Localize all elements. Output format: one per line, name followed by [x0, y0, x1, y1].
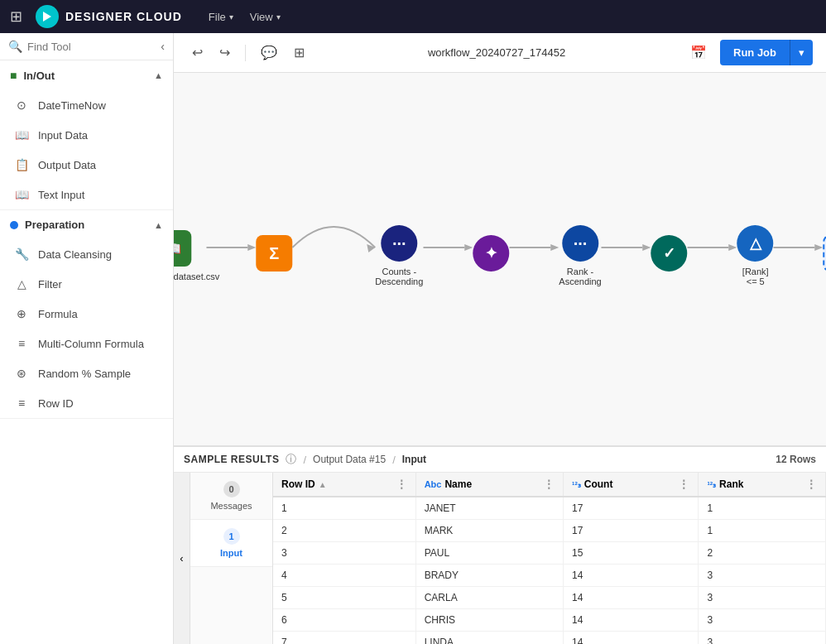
breadcrumb-output[interactable]: Output Data #15: [313, 454, 386, 465]
run-job-button[interactable]: Run Job: [720, 40, 790, 65]
sidebar-item-random-sample[interactable]: ⊛ Random % Sample: [0, 358, 173, 388]
text-input-icon: 📖: [13, 186, 30, 203]
info-icon[interactable]: ⓘ: [286, 452, 296, 467]
collapse-arrow[interactable]: ‹: [174, 473, 190, 644]
cell-row_id: 5: [273, 587, 415, 609]
table-row: 7LINDA143: [273, 632, 826, 645]
breadcrumb-input[interactable]: Input: [402, 454, 426, 465]
node-transpose[interactable]: ✦: [473, 235, 509, 276]
cell-row_id: 7: [273, 632, 415, 645]
sidebar-item-row-id[interactable]: ≡ Row ID: [0, 388, 173, 418]
sidebar-section-preparation-header[interactable]: Preparation ▲: [0, 210, 173, 239]
inout-chevron-icon: ▲: [154, 70, 163, 80]
node-counts[interactable]: ··· Counts -Descending: [375, 225, 423, 286]
sidebar-collapse-button[interactable]: ‹: [161, 40, 165, 53]
data-table: Row ID ▲ ⋮ Abc Name ⋮: [273, 473, 826, 644]
node-check-shape: ✓: [651, 235, 688, 272]
sidebar-item-filter[interactable]: △ Filter: [0, 269, 173, 299]
layout-button[interactable]: ⊞: [289, 41, 310, 64]
col-count-more-icon[interactable]: ⋮: [678, 478, 689, 491]
node-input[interactable]: 📖 Scores_dataset.csv: [174, 230, 206, 281]
logo-svg: [41, 10, 54, 23]
topbar: ⊞ DESIGNER CLOUD File ▾ View ▾: [0, 0, 826, 33]
connector-5: [688, 239, 737, 256]
data-table-container[interactable]: Row ID ▲ ⋮ Abc Name ⋮: [273, 473, 826, 644]
col-rowid-more-icon[interactable]: ⋮: [396, 478, 407, 491]
sidebar-item-multi-col-formula[interactable]: ≡ Multi-Column Formula: [0, 329, 173, 358]
comment-button[interactable]: 💬: [256, 41, 282, 64]
cell-name: JANET: [415, 497, 563, 520]
tab-input[interactable]: 1 Input: [190, 520, 272, 567]
main-layout: 🔍 ‹ ■ In/Out ▲ ⊙ DateTimeNow 📖 Input Dat…: [0, 33, 826, 644]
workflow-canvas[interactable]: 📖 Scores_dataset.csv Σ: [174, 73, 826, 445]
col-header-count[interactable]: ¹²₃ Count ⋮: [564, 473, 699, 497]
bottom-panel-header: SAMPLE RESULTS ⓘ / Output Data #15 / Inp…: [174, 447, 826, 473]
connector-svg-3: [509, 239, 559, 256]
menu-file[interactable]: File ▾: [202, 7, 240, 26]
cell-rank: 3: [699, 565, 826, 587]
table-row: 3PAUL152: [273, 542, 826, 565]
breadcrumb-sep-2: /: [392, 454, 396, 466]
cell-row_id: 3: [273, 542, 415, 565]
run-job-dropdown-button[interactable]: ▾: [790, 40, 813, 65]
col-header-row-id[interactable]: Row ID ▲ ⋮: [273, 473, 415, 497]
cell-name: CARLA: [415, 587, 563, 609]
node-filter[interactable]: △ [Rank] <= 5: [737, 225, 774, 286]
node-check[interactable]: ✓: [651, 235, 688, 276]
menu-view[interactable]: View ▾: [243, 7, 287, 26]
cell-name: PAUL: [415, 542, 563, 565]
sidebar-item-text-input[interactable]: 📖 Text Input: [0, 180, 173, 209]
table-row: 1JANET171: [273, 497, 826, 520]
brand-name: DESIGNER CLOUD: [65, 10, 182, 23]
sidebar: 🔍 ‹ ■ In/Out ▲ ⊙ DateTimeNow 📖 Input Dat…: [0, 33, 174, 644]
bottom-panel: SAMPLE RESULTS ⓘ / Output Data #15 / Inp…: [174, 445, 826, 644]
connector-arc-svg: [292, 223, 375, 272]
connector-4: [602, 239, 651, 256]
data-cleansing-icon: 🔧: [13, 246, 30, 262]
col-header-name[interactable]: Abc Name ⋮: [415, 473, 563, 497]
search-input[interactable]: [27, 41, 156, 53]
sidebar-item-formula[interactable]: ⊕ Formula: [0, 299, 173, 329]
grid-menu-icon[interactable]: ⊞: [10, 7, 22, 26]
tab-input-num: 1: [223, 528, 240, 545]
col-name-type-icon: Abc: [425, 479, 442, 489]
node-rank[interactable]: ··· Rank -Ascending: [559, 225, 601, 286]
sidebar-item-data-cleansing[interactable]: 🔧 Data Cleansing: [0, 239, 173, 269]
connector-2: [423, 239, 473, 256]
topbar-menu: File ▾ View ▾: [202, 7, 287, 26]
undo-button[interactable]: ↩: [187, 41, 208, 64]
calendar-button[interactable]: 📅: [684, 41, 713, 64]
col-rowid-label: Row ID: [281, 478, 315, 490]
col-name-more-icon[interactable]: ⋮: [543, 478, 555, 491]
col-rank-more-icon[interactable]: ⋮: [805, 478, 817, 491]
node-counts-label: Counts -Descending: [375, 267, 423, 286]
cell-count: 17: [564, 520, 699, 542]
row-id-label: Row ID: [38, 397, 74, 410]
workflow-toolbar: ↩ ↪ 💬 ⊞ workflow_20240727_174452 📅 Run J…: [174, 33, 826, 73]
output-data-icon: 📋: [13, 156, 30, 173]
col-header-rank[interactable]: ¹²₃ Rank ⋮: [699, 473, 826, 497]
input-data-icon: 📖: [13, 127, 30, 143]
connector-svg-4: [602, 239, 651, 256]
multi-col-formula-icon: ≡: [13, 335, 30, 352]
sample-results-label: SAMPLE RESULTS: [184, 454, 279, 465]
tab-messages[interactable]: 0 Messages: [190, 473, 272, 520]
svg-marker-7: [550, 244, 559, 251]
sidebar-item-output-data[interactable]: 📋 Output Data: [0, 150, 173, 180]
preparation-dot-icon: [10, 221, 18, 229]
preparation-label: Preparation: [25, 219, 84, 231]
node-rank-shape: ···: [562, 225, 598, 262]
connector-svg-2: [423, 239, 473, 256]
sidebar-item-input-data[interactable]: 📖 Input Data: [0, 120, 173, 150]
node-summarize-shape: Σ: [256, 235, 292, 272]
cell-count: 17: [564, 497, 699, 520]
sidebar-section-inout-header[interactable]: ■ In/Out ▲: [0, 60, 173, 90]
toolbar-divider-1: [245, 45, 246, 61]
node-input-label: Scores_dataset.csv: [174, 272, 206, 281]
workflow-name: workflow_20240727_174452: [316, 46, 677, 59]
connector-3: [509, 239, 559, 256]
formula-icon: ⊕: [13, 305, 30, 322]
redo-button[interactable]: ↪: [214, 41, 235, 64]
node-summarize[interactable]: Σ: [256, 235, 292, 276]
sidebar-item-datetimensow[interactable]: ⊙ DateTimeNow: [0, 90, 173, 120]
